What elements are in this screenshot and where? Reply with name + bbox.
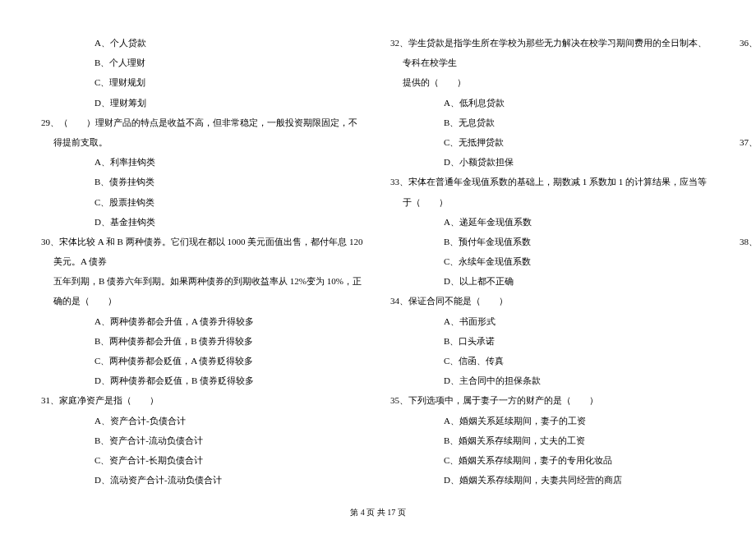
q30-option-d: D、两种债券都会贬值，B 债券贬得较多: [41, 371, 366, 390]
q29-stem: 29、（ ）理财产品的特点是收益不高，但非常稳定，一般投资期限固定，不得提前支取…: [41, 113, 366, 152]
q34-stem: 34、保证合同不能是（ ）: [390, 291, 715, 311]
q31-option-b: B、资产合计-流动负债合计: [41, 430, 366, 450]
q34-option-a: A、书面形式: [390, 311, 715, 331]
q37-option-b: B、股利所得: [740, 172, 756, 191]
q35-option-b: B、婚姻关系存续期间，丈夫的工资: [390, 430, 715, 450]
q30-option-b: B、两种债券都会升值，B 债券升得较多: [41, 331, 366, 351]
q28-option-d: D、理财筹划: [41, 93, 366, 113]
q32-stem-cont: 提供的（ ）: [390, 72, 715, 92]
q31-option-d: D、流动资产合计-流动负债合计: [41, 470, 366, 490]
q31-option-c: C、资产合计-长期负债合计: [41, 450, 366, 470]
q31-option-a: A、资产合计-负债合计: [41, 411, 366, 430]
q30-stem-cont: 五年到期，B 债券六年到期。如果两种债券的到期收益率从 12%变为 10%，正确…: [41, 271, 366, 311]
q37-option-c: C、资本利得加股利所得: [740, 192, 756, 212]
q30-option-a: A、两种债券都会升值，A 债券升得较多: [41, 311, 366, 331]
q29-option-a: A、利率挂钩类: [41, 152, 366, 172]
q34-option-c: C、信函、传真: [390, 351, 715, 371]
q36-option-c: C、方差: [740, 93, 756, 113]
q32-option-a: A、低利息贷款: [390, 93, 715, 113]
q33-stem: 33、宋体在普通年金现值系数的基础上，期数减 1 系数加 1 的计算结果，应当等…: [390, 172, 715, 211]
q33-option-d: D、以上都不正确: [390, 271, 715, 291]
q37-option-a: A、资本利得: [740, 152, 756, 172]
q36-option-b: B、预期收益率: [740, 72, 756, 92]
q37-stem: 37、股票投资地收益等于（ ）: [740, 132, 756, 152]
q35-option-a: A、婚姻关系延续期间，妻子的工资: [390, 411, 715, 430]
q30-stem: 30、宋体比较 A 和 B 两种债券。它们现在都以 1000 美元面值出售，都付…: [41, 232, 366, 271]
q29-option-c: C、股票挂钩类: [41, 192, 366, 212]
q33-option-b: B、预付年金现值系数: [390, 232, 715, 251]
q32-option-c: C、无抵押贷款: [390, 132, 715, 152]
q29-option-b: B、债券挂钩类: [41, 172, 366, 191]
q33-option-a: A、递延年金现值系数: [390, 212, 715, 232]
q28-option-a: A、个人贷款: [41, 33, 366, 53]
q32-option-b: B、无息贷款: [390, 113, 715, 132]
q36-stem: 36、下列指标中不能用来衡量债券收益性的是（ ）: [740, 33, 756, 53]
q35-stem: 35、下列选项中，属于妻子一方的财产的是（ ）: [390, 390, 715, 410]
q35-option-c: C、婚姻关系存续期间，妻子的专用化妆品: [390, 450, 715, 470]
q28-option-b: B、个人理财: [41, 53, 366, 72]
page-footer: 第 4 页 共 17 页: [0, 504, 756, 522]
q33-option-c: C、永续年金现值系数: [390, 251, 715, 271]
q36-option-d: D、持有期收益率: [740, 113, 756, 132]
q29-option-d: D、基金挂钩类: [41, 212, 366, 232]
q30-option-c: C、两种债券都会贬值，A 债券贬得较多: [41, 351, 366, 371]
q32-option-d: D、小额贷款担保: [390, 152, 715, 172]
q34-option-d: D、主合同中的担保条款: [390, 371, 715, 390]
q34-option-b: B、口头承诺: [390, 331, 715, 351]
q36-option-a: A、面值收益: [740, 53, 756, 72]
q38-stem: 38、通常情况下，流动性比率应保持在（ ）左右。: [740, 232, 756, 251]
q32-stem: 32、学生贷款是指学生所在学校为那些无力解决在校学习期间费用的全日制本、专科在校…: [390, 33, 715, 72]
q35-option-d: D、婚姻关系存续期间，夫妻共同经营的商店: [390, 470, 715, 490]
q31-stem: 31、家庭净资产是指（ ）: [41, 390, 366, 410]
q37-option-d: D、资本利得加利息所得: [740, 212, 756, 232]
q28-option-c: C、理财规划: [41, 72, 366, 92]
